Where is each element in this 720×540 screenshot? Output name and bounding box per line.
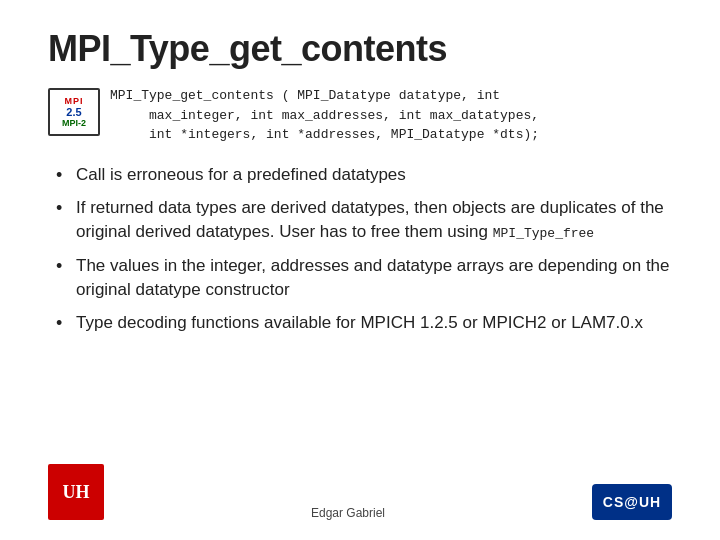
- cs-uh-logo: CS@UH: [592, 484, 672, 520]
- bullet-2: If returned data types are derived datat…: [56, 196, 672, 244]
- slide-title: MPI_Type_get_contents: [48, 28, 672, 70]
- cs-uh-label: CS@UH: [603, 494, 661, 510]
- bullet-2-text: If returned data types are derived datat…: [76, 198, 664, 241]
- bullet-4-text: Type decoding functions available for MP…: [76, 313, 643, 332]
- function-signature: MPI_Type_get_contents ( MPI_Datatype dat…: [110, 86, 539, 145]
- mpi-logo: MPI 2.5 MPI-2: [48, 88, 100, 136]
- bullet-1-text: Call is erroneous for a predefined datat…: [76, 165, 406, 184]
- uh-logo: UH: [48, 464, 104, 520]
- bullet-3-text: The values in the integer, addresses and…: [76, 256, 670, 299]
- bullet-1: Call is erroneous for a predefined datat…: [56, 163, 672, 187]
- code-section: MPI 2.5 MPI-2 MPI_Type_get_contents ( MP…: [48, 86, 672, 145]
- slide: MPI_Type_get_contents MPI 2.5 MPI-2 MPI_…: [0, 0, 720, 540]
- bullet-3: The values in the integer, addresses and…: [56, 254, 672, 302]
- inline-code-mpi-type-free: MPI_Type_free: [493, 226, 594, 241]
- footer-author: Edgar Gabriel: [104, 506, 592, 520]
- svg-text:UH: UH: [63, 482, 90, 502]
- uh-logo-svg: UH: [54, 470, 98, 514]
- bullet-points: Call is erroneous for a predefined datat…: [56, 163, 672, 457]
- bullet-4: Type decoding functions available for MP…: [56, 311, 672, 335]
- footer: UH Edgar Gabriel CS@UH: [48, 456, 672, 520]
